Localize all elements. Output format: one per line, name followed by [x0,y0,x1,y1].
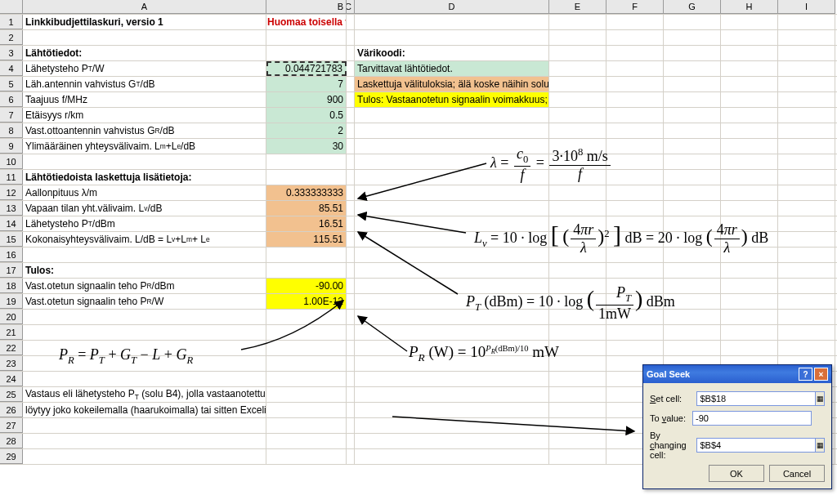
cancel-button[interactable]: Cancel [769,465,825,482]
formula-lambda: λ = c0f = 3·108 m/sf [490,145,612,184]
cell-A5[interactable]: Läh.antennin vahvistus GT/dB [23,77,266,91]
row-header[interactable]: 5 [0,77,23,91]
help-icon[interactable]: ? [799,368,812,381]
row-header[interactable]: 16 [0,248,23,262]
close-icon[interactable]: × [814,368,828,381]
formula-lv: Lv = 10 · log [ (4πrλ)2 ] dB = 20 · log … [474,221,768,256]
col-header-B[interactable]: B [266,0,347,14]
cell-B9[interactable]: 30 [266,139,347,154]
cell-B19[interactable]: 1.00E-12 [266,294,347,309]
cell-A7[interactable]: Etäisyys r/km [23,108,266,123]
cell-A8[interactable]: Vast.ottoantennin vahvistus GR/dB [23,123,266,138]
cell-A17[interactable]: Tulos: [23,263,266,278]
row-header[interactable]: 9 [0,139,23,154]
row-header[interactable]: 24 [0,372,23,386]
cell-A11[interactable]: Lähtötiedoista laskettuja lisätietoja: [23,170,266,185]
cell-B2[interactable] [266,30,347,45]
cell-A14[interactable]: Lähetysteho PT/dBm [23,216,266,231]
by-changing-input[interactable] [696,438,816,453]
row-header[interactable]: 8 [0,123,23,138]
row-header[interactable]: 19 [0,294,23,309]
col-header-D[interactable]: D [355,0,549,14]
cell-A12[interactable]: Aallonpituus λ/m [23,185,266,200]
cell-B15[interactable]: 115.51 [266,232,347,247]
cell-D3[interactable]: Värikoodi: [355,46,549,60]
goal-seek-dialog[interactable]: Goal Seek ? × Set cell: ▦ To value: By c… [642,364,832,489]
row-header[interactable]: 4 [0,61,23,76]
col-header-A[interactable]: A [23,0,266,14]
cell-A3[interactable]: Lähtötiedot: [23,46,266,60]
formula-pr-watts: PR (W) = 10PR(dBm)/10 mW [409,343,559,364]
cell-G1[interactable] [664,15,721,29]
row-header[interactable]: 3 [0,46,23,60]
row-header[interactable]: 20 [0,310,23,324]
row-header[interactable]: 10 [0,154,23,169]
col-header-I[interactable]: I [778,0,835,14]
goal-seek-titlebar[interactable]: Goal Seek ? × [643,365,831,383]
cell-F1[interactable] [606,15,664,29]
cell-A19[interactable]: Vast.otetun signaalin teho PR/W [23,294,266,309]
col-header-G[interactable]: G [664,0,721,14]
cell-A26[interactable]: löytyy joko kokeilemalla (haarukoimalla)… [23,403,266,417]
row-header[interactable]: 2 [0,30,23,45]
cell-A9[interactable]: Ylimääräinen yhteysvälivaim. Lm+Le/dB [23,139,266,154]
col-header-C[interactable]: C [347,0,355,14]
row-header[interactable]: 18 [0,279,23,293]
cell-A15[interactable]: Kokonaisyhteysvälivaim. L/dB = Lv+Lm+ Le [23,232,266,247]
cell-B1[interactable]: Huomaa toisella välilehdellä olevat ohje… [266,15,347,29]
cell-B13[interactable]: 85.51 [266,201,347,216]
cell-A18[interactable]: Vast.otetun signaalin teho PR/dBm [23,279,266,293]
cell-I1[interactable] [778,15,835,29]
cell-D5[interactable]: Laskettuja välituloksia; älä koske näihi… [355,77,549,91]
row-header[interactable]: 11 [0,170,23,185]
cell-D1[interactable] [355,15,549,29]
row-header[interactable]: 29 [0,449,23,464]
ok-button[interactable]: OK [709,465,764,482]
cell-A6[interactable]: Taajuus f/MHz [23,92,266,107]
row-header[interactable]: 27 [0,418,23,433]
set-cell-input[interactable] [696,391,816,406]
cell-A25[interactable]: Vastaus eli lähetysteho PT (solu B4), jo… [23,387,266,402]
cell-B6[interactable]: 900 [266,92,347,107]
cell-C1[interactable] [347,15,355,29]
cell-B7[interactable]: 0.5 [266,108,347,123]
cell-B8[interactable]: 2 [266,123,347,138]
cell-B18[interactable]: -90.00 [266,279,347,293]
col-header-H[interactable]: H [721,0,778,14]
row-header[interactable]: 28 [0,434,23,448]
row-header[interactable]: 15 [0,232,23,247]
row-header[interactable]: 17 [0,263,23,278]
cell-D6[interactable]: Tulos: Vastaanotetun signaalin voimakkuu… [355,92,549,107]
to-value-input[interactable] [692,411,812,426]
ref-picker-icon[interactable]: ▦ [816,391,825,406]
goal-seek-title: Goal Seek [647,369,690,379]
cell-A2[interactable] [23,30,266,45]
to-value-label: To value: [650,413,692,423]
cell-A1[interactable]: Linkkibudjettilaskuri, versio 1 [23,15,266,29]
cell-A4[interactable]: Lähetysteho PT/W [23,61,266,76]
row-header[interactable]: 1 [0,15,23,29]
row-header[interactable]: 21 [0,325,23,340]
row-header[interactable]: 14 [0,216,23,231]
cell-A13[interactable]: Vapaan tilan yht.välivaim. Lv/dB [23,201,266,216]
row-header[interactable]: 12 [0,185,23,200]
row-header[interactable]: 13 [0,201,23,216]
ref-picker-icon[interactable]: ▦ [816,438,825,453]
row-header[interactable]: 25 [0,387,23,402]
cell-B4[interactable]: 0.044721783 [266,61,347,76]
row-header[interactable]: 7 [0,108,23,123]
row-header[interactable]: 22 [0,341,23,355]
row-header[interactable]: 6 [0,92,23,107]
row-header[interactable]: 23 [0,356,23,371]
col-header-F[interactable]: F [606,0,664,14]
row-header[interactable]: 26 [0,403,23,417]
cell-B14[interactable]: 16.51 [266,216,347,231]
cell-E1[interactable] [549,15,606,29]
cell-B12[interactable]: 0.333333333 [266,185,347,200]
set-cell-label: Set cell: [650,394,696,404]
cell-D4[interactable]: Tarvittavat lähtötiedot. [355,61,549,76]
cell-H1[interactable] [721,15,778,29]
cell-B5[interactable]: 7 [266,77,347,91]
select-all-corner[interactable] [0,0,23,14]
col-header-E[interactable]: E [549,0,606,14]
